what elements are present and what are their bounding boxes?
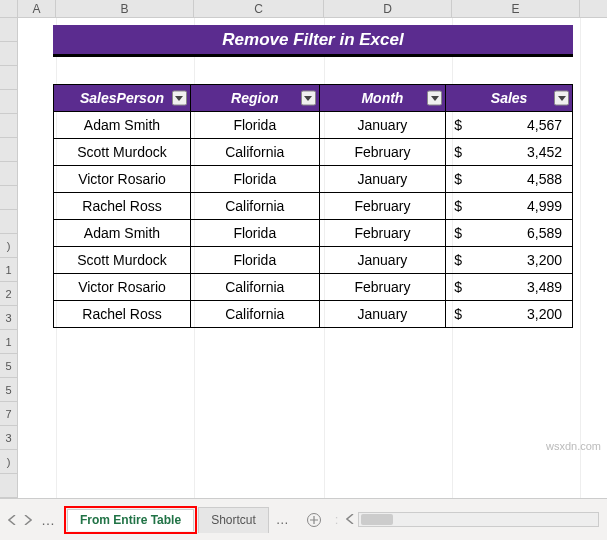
scrollbar-thumb[interactable] bbox=[361, 514, 393, 525]
table-row: Victor RosarioFloridaJanuary$4,588 bbox=[54, 166, 573, 193]
col-header-a[interactable]: A bbox=[18, 0, 56, 17]
cell-region[interactable]: California bbox=[190, 139, 319, 166]
cells-grid[interactable]: Remove Filter in Excel SalesPerson Regio… bbox=[18, 18, 607, 498]
cell-month[interactable]: January bbox=[319, 166, 446, 193]
row-header[interactable] bbox=[0, 210, 18, 234]
chevron-right-icon bbox=[24, 515, 32, 525]
column-headers: A B C D E bbox=[0, 0, 607, 18]
cell-sales[interactable]: $3,200 bbox=[446, 301, 573, 328]
filter-button[interactable] bbox=[301, 91, 316, 106]
row-header[interactable]: 5 bbox=[0, 354, 18, 378]
row-header[interactable]: 1 bbox=[0, 258, 18, 282]
cell-person[interactable]: Victor Rosario bbox=[54, 274, 191, 301]
cell-person[interactable]: Adam Smith bbox=[54, 220, 191, 247]
row-header[interactable] bbox=[0, 138, 18, 162]
cell-month[interactable]: February bbox=[319, 220, 446, 247]
col-region: Region bbox=[190, 85, 319, 112]
plus-circle-icon bbox=[306, 512, 322, 528]
col-sales-label: Sales bbox=[491, 90, 528, 106]
sheet-nav: … bbox=[0, 512, 64, 528]
cell-sales[interactable]: $4,567 bbox=[446, 112, 573, 139]
filter-button[interactable] bbox=[427, 91, 442, 106]
cell-person[interactable]: Victor Rosario bbox=[54, 166, 191, 193]
row-header[interactable]: 2 bbox=[0, 282, 18, 306]
cell-month[interactable]: January bbox=[319, 301, 446, 328]
row-header[interactable] bbox=[0, 474, 18, 498]
col-month: Month bbox=[319, 85, 446, 112]
col-header-d[interactable]: D bbox=[324, 0, 452, 17]
filter-button[interactable] bbox=[172, 91, 187, 106]
cell-month[interactable]: February bbox=[319, 193, 446, 220]
hscroll-area bbox=[338, 512, 607, 527]
select-all-cell[interactable] bbox=[0, 0, 18, 17]
chevron-left-icon bbox=[346, 514, 354, 524]
cell-region[interactable]: California bbox=[190, 274, 319, 301]
row-header[interactable] bbox=[0, 18, 18, 42]
add-sheet-button[interactable] bbox=[301, 512, 327, 528]
row-header[interactable]: 3 bbox=[0, 306, 18, 330]
table-row: Rachel RossCaliforniaFebruary$4,999 bbox=[54, 193, 573, 220]
cell-person[interactable]: Scott Murdock bbox=[54, 139, 191, 166]
row-header[interactable] bbox=[0, 186, 18, 210]
active-tab-highlight: From Entire Table bbox=[64, 506, 197, 534]
col-region-label: Region bbox=[231, 90, 278, 106]
page-title: Remove Filter in Excel bbox=[53, 25, 573, 57]
table-row: Victor RosarioCaliforniaFebruary$3,489 bbox=[54, 274, 573, 301]
row-header[interactable]: ) bbox=[0, 450, 18, 474]
filter-button[interactable] bbox=[554, 91, 569, 106]
cell-sales[interactable]: $4,999 bbox=[446, 193, 573, 220]
cell-month[interactable]: January bbox=[319, 112, 446, 139]
sheet-tab-active[interactable]: From Entire Table bbox=[67, 509, 194, 531]
col-month-label: Month bbox=[361, 90, 403, 106]
row-header[interactable] bbox=[0, 42, 18, 66]
cell-sales[interactable]: $3,200 bbox=[446, 247, 573, 274]
cell-month[interactable]: January bbox=[319, 247, 446, 274]
cell-region[interactable]: Florida bbox=[190, 220, 319, 247]
col-header-e[interactable]: E bbox=[452, 0, 580, 17]
sales-table: SalesPerson Region Month bbox=[53, 84, 573, 328]
cell-region[interactable]: California bbox=[190, 301, 319, 328]
other-tabs: Shortcut bbox=[197, 506, 270, 534]
scroll-left[interactable] bbox=[346, 512, 354, 527]
row-header[interactable]: 3 bbox=[0, 426, 18, 450]
cell-sales[interactable]: $4,588 bbox=[446, 166, 573, 193]
row-header[interactable]: 5 bbox=[0, 378, 18, 402]
cell-region[interactable]: Florida bbox=[190, 112, 319, 139]
row-header[interactable]: 1 bbox=[0, 330, 18, 354]
chevron-down-icon bbox=[175, 95, 183, 101]
row-header[interactable]: ) bbox=[0, 234, 18, 258]
chevron-left-icon bbox=[8, 515, 16, 525]
sheet-more[interactable]: … bbox=[270, 512, 295, 527]
chevron-down-icon bbox=[431, 95, 439, 101]
sheet-nav-next[interactable] bbox=[22, 513, 34, 527]
cell-month[interactable]: February bbox=[319, 274, 446, 301]
cell-sales[interactable]: $6,589 bbox=[446, 220, 573, 247]
table-header-row: SalesPerson Region Month bbox=[54, 85, 573, 112]
row-header[interactable] bbox=[0, 162, 18, 186]
col-person-label: SalesPerson bbox=[80, 90, 164, 106]
cell-person[interactable]: Rachel Ross bbox=[54, 301, 191, 328]
horizontal-scrollbar[interactable] bbox=[358, 512, 599, 527]
sheet-nav-more[interactable]: … bbox=[38, 512, 58, 528]
cell-region[interactable]: Florida bbox=[190, 247, 319, 274]
sheet-tab[interactable]: Shortcut bbox=[198, 507, 269, 533]
col-header-c[interactable]: C bbox=[194, 0, 324, 17]
row-header[interactable] bbox=[0, 90, 18, 114]
cell-sales[interactable]: $3,489 bbox=[446, 274, 573, 301]
cell-sales[interactable]: $3,452 bbox=[446, 139, 573, 166]
row-header[interactable] bbox=[0, 114, 18, 138]
cell-person[interactable]: Adam Smith bbox=[54, 112, 191, 139]
sheet-nav-prev[interactable] bbox=[6, 513, 18, 527]
cell-person[interactable]: Rachel Ross bbox=[54, 193, 191, 220]
cell-region[interactable]: California bbox=[190, 193, 319, 220]
cell-person[interactable]: Scott Murdock bbox=[54, 247, 191, 274]
row-header[interactable] bbox=[0, 66, 18, 90]
table-row: Scott MurdockFloridaJanuary$3,200 bbox=[54, 247, 573, 274]
watermark: wsxdn.com bbox=[546, 440, 601, 452]
col-header-b[interactable]: B bbox=[56, 0, 194, 17]
col-sales: Sales bbox=[446, 85, 573, 112]
cell-region[interactable]: Florida bbox=[190, 166, 319, 193]
row-header[interactable]: 7 bbox=[0, 402, 18, 426]
cell-month[interactable]: February bbox=[319, 139, 446, 166]
table-row: Adam SmithFloridaJanuary$4,567 bbox=[54, 112, 573, 139]
